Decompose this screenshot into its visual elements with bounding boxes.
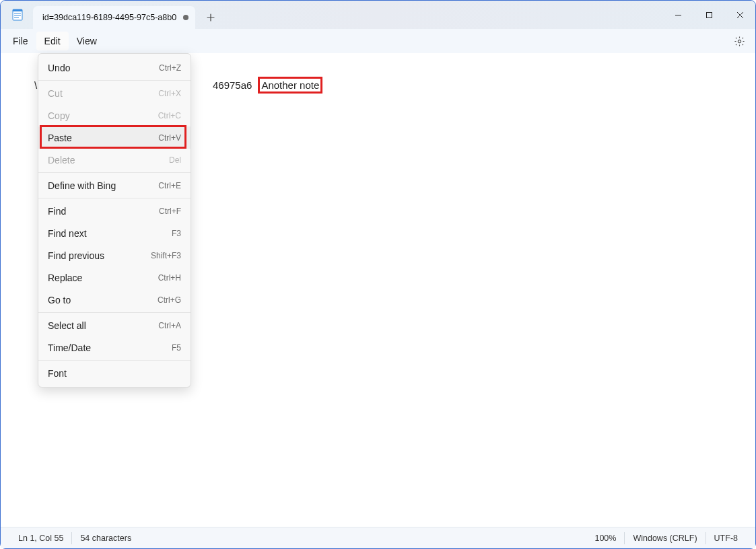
status-encoding[interactable]: UTF-8 <box>706 534 746 543</box>
window-controls <box>662 1 755 29</box>
menu-item-shortcut: Ctrl+A <box>158 321 181 330</box>
menu-item-label: Select all <box>48 320 86 331</box>
menu-item-find-next[interactable]: Find nextF3 <box>38 222 191 244</box>
menu-item-label: Replace <box>48 272 82 283</box>
menu-item-select-all[interactable]: Select allCtrl+A <box>38 314 191 336</box>
menu-separator <box>38 360 191 361</box>
new-tab-button[interactable] <box>199 6 222 29</box>
document-tab[interactable]: id=39dca119-6189-4495-97c5-a8b0 <box>33 6 195 29</box>
minimize-button[interactable] <box>662 1 693 29</box>
menu-item-label: Find previous <box>48 250 104 261</box>
menu-edit[interactable]: Edit <box>36 32 69 50</box>
menu-item-label: Time/Date <box>48 342 91 353</box>
modified-indicator-icon <box>183 15 188 20</box>
menu-item-label: Cut <box>48 88 63 99</box>
svg-rect-1 <box>13 9 22 11</box>
settings-button[interactable] <box>731 33 747 49</box>
menu-item-cut: CutCtrl+X <box>38 82 191 104</box>
titlebar: id=39dca119-6189-4495-97c5-a8b0 <box>1 1 755 29</box>
menu-item-label: Delete <box>48 155 75 166</box>
menu-item-label: Find <box>48 206 66 217</box>
menu-item-shortcut: Ctrl+X <box>158 89 181 98</box>
text-fragment: 46975a6 <box>213 79 252 91</box>
highlighted-text: Another note <box>258 77 322 94</box>
menu-item-shortcut: Ctrl+E <box>158 181 181 190</box>
status-zoom[interactable]: 100% <box>586 534 624 543</box>
menu-item-find-previous[interactable]: Find previousShift+F3 <box>38 244 191 266</box>
menu-item-shortcut: Shift+F3 <box>151 251 181 260</box>
menu-item-label: Undo <box>48 63 70 73</box>
menu-item-shortcut: Del <box>169 155 181 165</box>
menu-item-define-with-bing[interactable]: Define with BingCtrl+E <box>38 174 191 196</box>
menu-view[interactable]: View <box>69 32 105 50</box>
menu-item-label: Define with Bing <box>48 180 116 191</box>
menu-separator <box>38 198 191 198</box>
menu-separator <box>38 172 191 173</box>
menu-item-undo[interactable]: UndoCtrl+Z <box>38 57 191 79</box>
menu-item-shortcut: F3 <box>172 229 181 238</box>
svg-rect-6 <box>706 12 712 17</box>
menu-item-shortcut: Ctrl+H <box>158 273 181 283</box>
maximize-button[interactable] <box>693 1 724 29</box>
menu-item-shortcut: F5 <box>172 343 181 353</box>
status-char-count: 54 characters <box>72 534 139 543</box>
menu-separator <box>38 312 191 313</box>
statusbar: Ln 1, Col 55 54 characters 100% Windows … <box>1 527 755 548</box>
svg-point-7 <box>738 40 741 42</box>
menu-item-find[interactable]: FindCtrl+F <box>38 200 191 222</box>
menu-item-go-to[interactable]: Go toCtrl+G <box>38 289 191 311</box>
close-button[interactable] <box>724 1 755 29</box>
menu-item-shortcut: Ctrl+V <box>158 133 181 143</box>
menu-item-paste[interactable]: PasteCtrl+V <box>38 126 191 149</box>
menu-item-label: Paste <box>48 133 72 143</box>
status-cursor-pos: Ln 1, Col 55 <box>10 534 71 543</box>
menu-item-label: Go to <box>48 295 71 305</box>
menubar: File Edit View <box>1 29 755 53</box>
menu-item-copy: CopyCtrl+C <box>38 104 191 126</box>
menu-item-delete: DeleteDel <box>38 149 191 171</box>
menu-item-time-date[interactable]: Time/DateF5 <box>38 336 191 359</box>
edit-dropdown-menu: UndoCtrl+ZCutCtrl+XCopyCtrl+CPasteCtrl+V… <box>38 53 191 388</box>
menu-item-label: Font <box>48 368 67 379</box>
menu-file[interactable]: File <box>5 32 36 50</box>
menu-item-replace[interactable]: ReplaceCtrl+H <box>38 266 191 289</box>
tab-title: id=39dca119-6189-4495-97c5-a8b0 <box>42 13 176 22</box>
notepad-window: id=39dca119-6189-4495-97c5-a8b0 File Edi… <box>0 0 756 549</box>
menu-item-label: Copy <box>48 110 70 121</box>
menu-item-label: Find next <box>48 228 87 239</box>
menu-separator <box>38 80 191 81</box>
menu-item-shortcut: Ctrl+C <box>158 111 181 120</box>
menu-item-shortcut: Ctrl+G <box>158 295 181 305</box>
menu-item-shortcut: Ctrl+Z <box>159 63 181 73</box>
status-line-ending[interactable]: Windows (CRLF) <box>625 534 705 543</box>
menu-item-shortcut: Ctrl+F <box>159 207 181 216</box>
menu-item-font[interactable]: Font <box>38 362 191 384</box>
notepad-icon <box>11 9 24 21</box>
